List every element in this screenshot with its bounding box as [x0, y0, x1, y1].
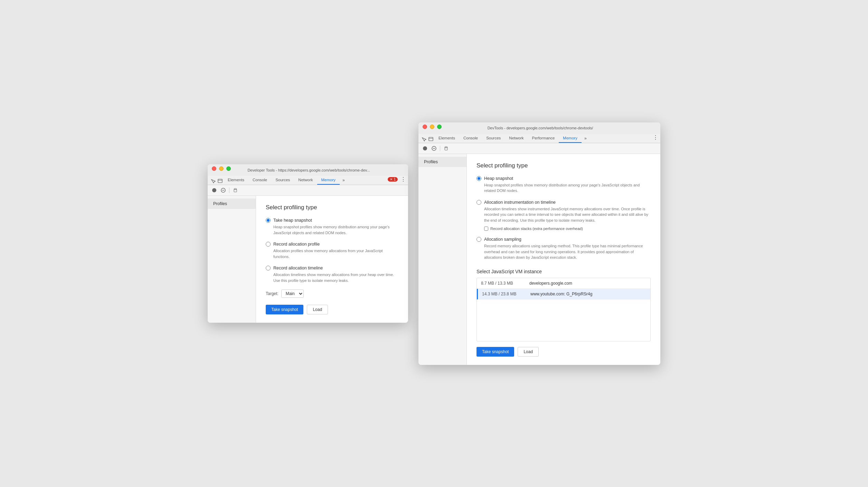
alloc-stack-checkbox-row: Record allocation stacks (extra performa…	[484, 227, 651, 231]
radio-alloc-timeline-2[interactable]	[477, 200, 481, 205]
vm-memory-0: 8.7 MB / 13.3 MB	[481, 281, 522, 286]
option-header-2-1: Heap snapshot	[477, 176, 651, 181]
vm-memory-1: 14.3 MB / 23.8 MB	[482, 292, 523, 296]
tab-bar-2: Elements Console Sources Network Perform…	[418, 134, 660, 143]
target-row-1: Target: Main	[266, 290, 398, 298]
radio-alloc-profile-1[interactable]	[266, 242, 271, 247]
tab-console-1[interactable]: Console	[248, 176, 271, 185]
target-select-1[interactable]: Main	[281, 290, 304, 298]
sidebar-2: Profiles	[418, 154, 467, 365]
svg-point-8	[423, 146, 427, 150]
tab-memory-1[interactable]: Memory	[317, 176, 340, 185]
main-panel-2: Select profiling type Heap snapshot Heap…	[467, 154, 660, 365]
tab-performance-2[interactable]: Performance	[528, 134, 559, 143]
tab-network-1[interactable]: Network	[294, 176, 317, 185]
svg-rect-11	[445, 148, 447, 150]
option-header-1: Take heap snapshot	[266, 218, 398, 223]
option-desc-1: Heap snapshot profiles show memory distr…	[273, 224, 398, 236]
option-label-2-1: Heap snapshot	[484, 176, 513, 181]
take-snapshot-button-2[interactable]: Take snapshot	[477, 347, 514, 357]
tab-bar-1: Elements Console Sources Network Memory …	[208, 176, 408, 185]
sidebar-item-profiles-2[interactable]: Profiles	[418, 157, 466, 167]
close-button[interactable]	[212, 166, 216, 171]
menu-icon-1[interactable]: ⋮	[400, 176, 406, 183]
menu-icon-2[interactable]: ⋮	[653, 134, 658, 141]
tab-memory-2[interactable]: Memory	[559, 134, 582, 143]
record-button-2[interactable]	[421, 145, 429, 152]
devtools-icon-2[interactable]	[427, 136, 434, 143]
action-buttons-1: Take snapshot Load	[266, 305, 398, 314]
option-header-3: Record allocation timeline	[266, 266, 398, 270]
tab-elements-2[interactable]: Elements	[434, 134, 459, 143]
panel-title-2: Select profiling type	[477, 162, 651, 169]
take-snapshot-button-1[interactable]: Take snapshot	[266, 305, 303, 314]
error-badge[interactable]: ✕ 1	[388, 177, 398, 182]
vm-instance-table: 8.7 MB / 13.3 MB developers.google.com 1…	[477, 278, 651, 341]
option-label-2-3: Allocation sampling	[484, 237, 521, 242]
cursor-icon[interactable]	[210, 178, 217, 185]
vm-section-title: Select JavaScript VM instance	[477, 269, 651, 274]
profiling-option-2-1: Heap snapshot Heap snapshot profiles sho…	[477, 176, 651, 194]
tab-sources-1[interactable]: Sources	[271, 176, 294, 185]
panel-title-1: Select profiling type	[266, 204, 398, 211]
window-title-2: DevTools - developers.google.com/web/too…	[442, 126, 639, 130]
profiling-option-2-3: Allocation sampling Record memory alloca…	[477, 237, 651, 260]
target-label-1: Target:	[266, 291, 279, 296]
option-desc-2-2: Allocation timelines show instrumented J…	[484, 206, 651, 223]
stop-button-1[interactable]	[219, 186, 227, 194]
clear-button-2[interactable]	[442, 145, 450, 152]
clear-button-1[interactable]	[232, 186, 239, 194]
titlebar-1: Developer Tools - https://developers.goo…	[208, 164, 408, 176]
svg-point-2	[212, 188, 216, 192]
alloc-stack-checkbox[interactable]	[484, 227, 488, 231]
tab-sources-2[interactable]: Sources	[482, 134, 505, 143]
radio-alloc-sampling-2[interactable]	[477, 237, 481, 242]
option-desc-2: Allocation profiles show memory allocati…	[273, 248, 398, 259]
vm-table-empty-area	[477, 300, 650, 341]
more-tabs-2[interactable]: »	[582, 134, 589, 143]
titlebar-2: DevTools - developers.google.com/web/too…	[418, 122, 660, 134]
svg-rect-6	[429, 137, 433, 141]
tab-network-2[interactable]: Network	[505, 134, 528, 143]
vm-name-1: www.youtube.com: G_P6rpRSr4g	[530, 292, 646, 296]
toolbar-1	[208, 185, 408, 196]
sidebar-item-profiles-1[interactable]: Profiles	[208, 199, 256, 209]
devtools-icon[interactable]	[217, 178, 224, 185]
minimize-button-2[interactable]	[430, 125, 434, 129]
option-label-2: Record allocation profile	[273, 242, 320, 247]
profiling-option-1: Take heap snapshot Heap snapshot profile…	[266, 218, 398, 236]
option-label-3: Record allocation timeline	[273, 266, 323, 270]
option-desc-2-1: Heap snapshot profiles show memory distr…	[484, 182, 651, 194]
svg-rect-0	[218, 179, 222, 183]
devtools-body-1: Profiles Select profiling type Take heap…	[208, 196, 408, 323]
stop-button-2[interactable]	[430, 145, 438, 152]
radio-alloc-timeline-1[interactable]	[266, 266, 271, 270]
radio-heap-snapshot-1[interactable]	[266, 218, 271, 223]
record-button-1[interactable]	[210, 186, 218, 194]
toolbar-divider-2	[440, 146, 440, 151]
alloc-stack-label: Record allocation stacks (extra performa…	[490, 227, 583, 231]
maximize-button[interactable]	[226, 166, 231, 171]
close-button-2[interactable]	[423, 125, 427, 129]
window-controls-2	[423, 125, 442, 129]
sidebar-1: Profiles	[208, 196, 256, 323]
option-label-1: Take heap snapshot	[273, 218, 312, 223]
cursor-icon-2[interactable]	[421, 136, 427, 143]
tab-console-2[interactable]: Console	[459, 134, 482, 143]
main-panel-1: Select profiling type Take heap snapshot…	[256, 196, 408, 323]
devtools-window-1: Developer Tools - https://developers.goo…	[208, 164, 408, 323]
option-desc-2-3: Record memory allocations using sampling…	[484, 243, 651, 260]
load-button-1[interactable]: Load	[307, 305, 328, 314]
maximize-button-2[interactable]	[437, 125, 442, 129]
vm-row-1[interactable]: 14.3 MB / 23.8 MB www.youtube.com: G_P6r…	[477, 289, 650, 300]
minimize-button[interactable]	[219, 166, 224, 171]
load-button-2[interactable]: Load	[518, 347, 539, 357]
radio-heap-snapshot-2[interactable]	[477, 176, 481, 181]
option-label-2-2: Allocation instrumentation on timeline	[484, 200, 556, 205]
tab-elements-1[interactable]: Elements	[224, 176, 248, 185]
action-buttons-2: Take snapshot Load	[477, 347, 651, 357]
vm-name-0: developers.google.com	[529, 281, 646, 286]
more-tabs-1[interactable]: »	[340, 176, 348, 185]
vm-row-0[interactable]: 8.7 MB / 13.3 MB developers.google.com	[477, 278, 650, 289]
profiling-option-3: Record allocation timeline Allocation ti…	[266, 266, 398, 283]
